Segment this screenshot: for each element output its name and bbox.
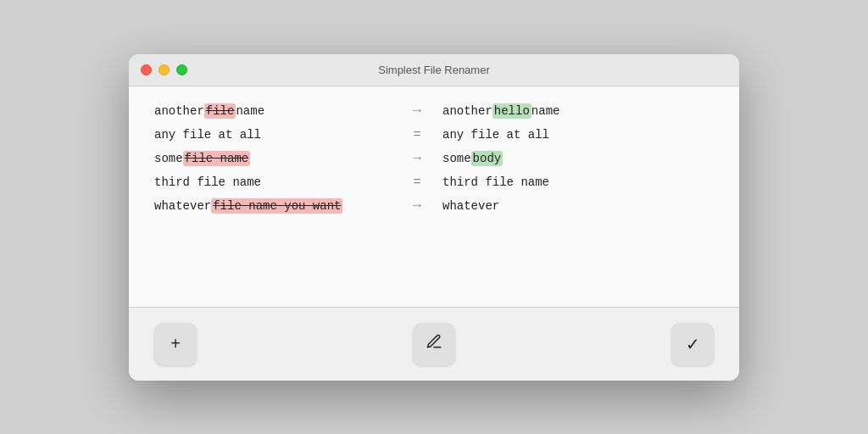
new-filename: somebody (442, 151, 714, 166)
maximize-button[interactable] (176, 64, 187, 75)
add-button[interactable]: + (154, 323, 197, 365)
file-table: another file name→another hello nameany … (154, 103, 714, 214)
table-row: some file name→somebody (154, 151, 714, 166)
rename-arrow: → (392, 103, 442, 119)
table-row: whatever file name you want→whatever (154, 198, 714, 214)
titlebar: Simplest File Renamer (129, 54, 739, 86)
original-filename: any file at all (154, 128, 392, 142)
rename-arrow: → (392, 151, 442, 166)
window-title: Simplest File Renamer (378, 64, 490, 76)
edit-button[interactable] (413, 323, 455, 365)
original-filename: another file name (154, 103, 392, 119)
original-filename: whatever file name you want (154, 198, 392, 214)
checkmark-icon: ✓ (686, 334, 700, 354)
rename-arrow: = (392, 127, 442, 142)
file-list-area: another file name→another hello nameany … (129, 86, 739, 307)
new-filename: whatever (442, 199, 714, 213)
table-row: third file name=third file name (154, 175, 714, 190)
confirm-button[interactable]: ✓ (671, 323, 714, 365)
rename-arrow: = (392, 175, 442, 190)
added-text: hello (492, 103, 531, 119)
original-filename: some file name (154, 151, 392, 166)
new-filename: another hello name (442, 103, 714, 119)
new-filename: any file at all (442, 128, 714, 142)
added-text: body (471, 151, 504, 166)
deleted-text: file name you want (211, 198, 342, 214)
table-row: any file at all=any file at all (154, 127, 714, 142)
table-row: another file name→another hello name (154, 103, 714, 119)
toolbar: + ✓ (129, 308, 739, 381)
rename-arrow: → (392, 198, 442, 214)
deleted-text: file (204, 103, 236, 119)
traffic-lights (141, 64, 187, 75)
new-filename: third file name (442, 175, 714, 189)
plus-icon: + (170, 334, 181, 353)
original-filename: third file name (154, 175, 392, 189)
close-button[interactable] (141, 64, 152, 75)
minimize-button[interactable] (159, 64, 170, 75)
deleted-text: file name (183, 151, 251, 166)
app-window: Simplest File Renamer another file name→… (129, 54, 739, 381)
edit-icon (426, 333, 442, 354)
